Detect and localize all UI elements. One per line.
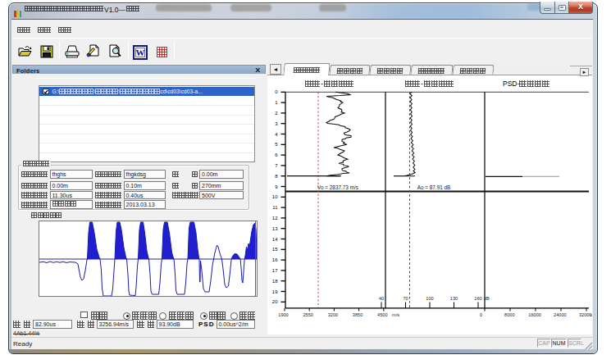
svg-text:Ao = 87.91 dB: Ao = 87.91 dB: [417, 184, 451, 190]
svg-text:16000: 16000: [528, 312, 541, 317]
svg-text:6: 6: [275, 152, 278, 157]
svg-text:3: 3: [275, 121, 278, 126]
svg-text:10: 10: [272, 194, 278, 199]
svg-text:18: 18: [272, 279, 278, 284]
svg-text:2550: 2550: [303, 312, 312, 317]
svg-text:19: 19: [272, 289, 278, 294]
svg-text:3850: 3850: [353, 312, 362, 317]
svg-text:11: 11: [272, 205, 278, 210]
svg-text:7: 7: [275, 163, 278, 168]
svg-text:5: 5: [275, 142, 278, 147]
svg-text:0: 0: [275, 89, 278, 94]
svg-text:3200: 3200: [328, 312, 338, 317]
svg-text:4500: 4500: [377, 312, 387, 317]
svg-text:40: 40: [379, 296, 384, 301]
svg-text:0: 0: [480, 312, 482, 317]
svg-text:24000: 24000: [554, 312, 567, 317]
svg-text:u: u: [590, 312, 592, 317]
svg-text:130: 130: [450, 296, 458, 301]
svg-text:17: 17: [272, 268, 278, 273]
svg-text:14: 14: [272, 237, 278, 242]
svg-text:8000: 8000: [504, 312, 514, 317]
svg-text:1900: 1900: [278, 312, 288, 317]
svg-text:100: 100: [426, 296, 433, 301]
svg-text:Vo = 2837.73 m/s: Vo = 2837.73 m/s: [317, 184, 358, 190]
svg-text:20: 20: [272, 299, 278, 304]
svg-text:12: 12: [272, 216, 278, 221]
svg-text:m/s: m/s: [392, 312, 399, 317]
svg-text:1: 1: [275, 100, 278, 105]
svg-text:70: 70: [403, 296, 408, 301]
svg-text:4: 4: [275, 132, 278, 137]
svg-text:16: 16: [272, 257, 278, 262]
svg-text:160: 160: [474, 296, 481, 301]
svg-text:2: 2: [275, 111, 278, 116]
svg-text:9: 9: [275, 184, 278, 189]
svg-text:8: 8: [275, 174, 278, 179]
svg-text:dB: dB: [484, 296, 490, 301]
svg-text:15: 15: [272, 247, 278, 252]
svg-text:W: W: [136, 48, 145, 57]
svg-text:13: 13: [272, 226, 278, 231]
